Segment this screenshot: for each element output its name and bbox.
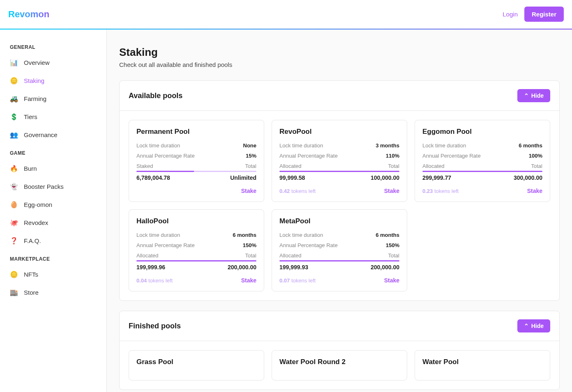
- progress-fill: [136, 260, 256, 261]
- lock-time-value: 6 months: [376, 232, 399, 238]
- stake-button[interactable]: Stake: [241, 277, 256, 284]
- stake-button[interactable]: Stake: [384, 277, 399, 284]
- store-icon: 🏬: [10, 288, 18, 296]
- progress-right-label: Total: [388, 163, 399, 169]
- progress-left-value: 199,999.93: [279, 264, 308, 271]
- stake-button[interactable]: Stake: [527, 188, 542, 194]
- pool-card: RevoPool Lock time duration 3 months Ann…: [272, 120, 407, 202]
- progress-right-label: Total: [245, 252, 256, 259]
- sidebar-item-governance[interactable]: 👥Governance: [4, 126, 102, 144]
- progress-right-label: Total: [388, 252, 399, 259]
- sidebar-item-booster-packs[interactable]: 👻Booster Packs: [4, 177, 102, 195]
- pool-lock-row: Lock time duration 6 months: [279, 232, 399, 238]
- progress-values: 299,999.77 300,000.00: [422, 174, 542, 181]
- sidebar-item-revodex[interactable]: 🐙Revodex: [4, 213, 102, 232]
- sidebar-item-tiers[interactable]: 💲Tiers: [4, 108, 102, 126]
- login-link[interactable]: Login: [503, 11, 518, 18]
- section-header: Finished pools ⌃ Hide: [120, 311, 559, 341]
- revodex-icon: 🐙: [10, 218, 18, 227]
- pool-name: Water Pool Round 2: [279, 358, 399, 366]
- progress-bar: [136, 171, 256, 172]
- section-title: Finished pools: [129, 322, 181, 330]
- apr-value: 110%: [386, 153, 399, 159]
- pool-apr-row: Annual Percentage Rate 110%: [279, 153, 399, 159]
- tokens-left: 0.04 tokens left: [136, 277, 173, 284]
- pool-name: Water Pool: [422, 358, 542, 366]
- sidebar-item-label: Staking: [24, 77, 44, 84]
- pool-apr-row: Annual Percentage Rate 150%: [279, 242, 399, 248]
- burn-icon: 🔥: [10, 164, 18, 172]
- chevron-up-icon: ⌃: [524, 323, 529, 329]
- progress-values: 199,999.96 200,000.00: [136, 264, 256, 271]
- sidebar-item-label: Revodex: [24, 219, 48, 226]
- sidebar-item-f-a-q-[interactable]: ❓F.A.Q.: [4, 232, 102, 250]
- tokens-left: 0.23 tokens left: [422, 188, 459, 194]
- sidebar-item-overview[interactable]: 📊Overview: [4, 53, 102, 71]
- pool-name: Eggomon Pool: [422, 128, 542, 136]
- lock-time-label: Lock time duration: [279, 142, 323, 149]
- progress-bar: [422, 171, 542, 172]
- progress-bar: [279, 171, 399, 172]
- progress-fill: [279, 171, 399, 172]
- hide-button[interactable]: ⌃ Hide: [517, 319, 550, 332]
- tokens-left: 0.07 tokens left: [279, 277, 316, 284]
- section-header: Available pools ⌃ Hide: [120, 81, 559, 111]
- pool-name: Permanent Pool: [136, 128, 256, 136]
- register-button[interactable]: Register: [524, 7, 564, 22]
- stake-button[interactable]: Stake: [384, 188, 399, 194]
- logo[interactable]: Revomon: [8, 9, 49, 20]
- sidebar-item-staking[interactable]: 🪙Staking: [4, 71, 102, 89]
- pool-apr-row: Annual Percentage Rate 100%: [422, 153, 542, 159]
- apr-value: 150%: [243, 242, 256, 248]
- sidebar-item-label: Governance: [24, 131, 58, 138]
- sidebar-item-egg-omon[interactable]: 🥚Egg-omon: [4, 195, 102, 213]
- sidebar-item-store[interactable]: 🏬Store: [4, 283, 102, 301]
- apr-label: Annual Percentage Rate: [422, 153, 481, 159]
- staking-icon: 🪙: [10, 76, 18, 85]
- sidebar-item-label: Egg-omon: [24, 201, 52, 208]
- apr-label: Annual Percentage Rate: [136, 153, 195, 159]
- progress-left-value: 99,999.58: [279, 174, 305, 181]
- pool-name: Grass Pool: [136, 358, 256, 366]
- page-subtitle: Check out all available and finished poo…: [119, 61, 560, 68]
- sidebar-item-label: NFTs: [24, 271, 38, 278]
- sidebar-section-title: GENERAL: [4, 41, 102, 53]
- pool-card: Water Pool: [415, 350, 550, 381]
- progress-fill: [422, 171, 542, 172]
- progress-labels: Allocated Total: [279, 252, 399, 259]
- sidebar-item-nfts[interactable]: 🪙NFTs: [4, 265, 102, 283]
- sidebar: GENERAL📊Overview🪙Staking🚜Farming💲Tiers👥G…: [0, 30, 107, 392]
- booster-packs-icon: 👻: [10, 182, 18, 190]
- progress-left-value: 299,999.77: [422, 174, 451, 181]
- governance-icon: 👥: [10, 131, 18, 139]
- progress-right-value: Unlimited: [230, 174, 256, 181]
- sidebar-item-farming[interactable]: 🚜Farming: [4, 89, 102, 108]
- progress-labels: Allocated Total: [279, 163, 399, 169]
- pool-footer: 0.07 tokens left Stake: [279, 277, 399, 284]
- pool-card: HalloPool Lock time duration 6 months An…: [129, 209, 264, 291]
- apr-value: 15%: [246, 153, 256, 159]
- pool-card: Grass Pool: [129, 350, 264, 381]
- sidebar-item-label: Overview: [24, 59, 50, 66]
- progress-left-label: Staked: [136, 163, 153, 169]
- sidebar-item-label: Store: [24, 289, 39, 296]
- nfts-icon: 🪙: [10, 270, 18, 278]
- apr-label: Annual Percentage Rate: [136, 242, 195, 248]
- chevron-up-icon: ⌃: [524, 92, 529, 99]
- progress-right-value: 200,000.00: [228, 264, 256, 271]
- progress-right-value: 100,000.00: [371, 174, 399, 181]
- pool-card: Water Pool Round 2: [272, 350, 407, 381]
- pool-lock-row: Lock time duration None: [136, 142, 256, 149]
- header: Revomon Login Register: [0, 0, 572, 29]
- sidebar-item-burn[interactable]: 🔥Burn: [4, 159, 102, 177]
- available-pools-grid: Permanent Pool Lock time duration None A…: [120, 111, 559, 300]
- lock-time-label: Lock time duration: [279, 232, 323, 238]
- stake-button[interactable]: Stake: [241, 188, 256, 194]
- finished-pools-section: Finished pools ⌃ Hide Grass PoolWater Po…: [119, 311, 560, 390]
- lock-time-value: 3 months: [376, 142, 399, 149]
- f-a-q--icon: ❓: [10, 236, 18, 245]
- hide-button[interactable]: ⌃ Hide: [517, 89, 550, 102]
- apr-value: 150%: [386, 242, 399, 248]
- sidebar-section-title: MARKETPLACE: [4, 253, 102, 265]
- apr-value: 100%: [529, 153, 542, 159]
